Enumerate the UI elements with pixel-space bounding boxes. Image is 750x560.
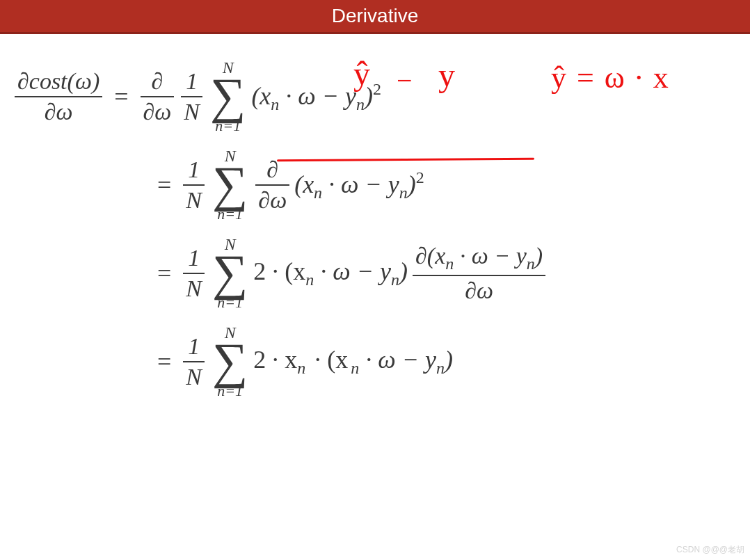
one-over-n: 1 N [183,157,205,213]
sum-symbol: N ∑ n=1 [212,324,248,399]
derivation-line-3: = 1 N N ∑ n=1 2 · (xn · ω − yn) ∂(xn · ω… [150,236,737,310]
chain-rule-inner-deriv: ∂(xn · ω − yn) ∂ω [413,243,545,303]
d-dw-num: ∂ [141,68,175,97]
one-over-n: 1 N [181,68,202,125]
derivation-line-4: = 1 N N ∑ n=1 2 · xn · (xn · ω − yn) [150,324,737,399]
equals: = [107,82,135,111]
d-dw: ∂ ∂ω [141,68,175,125]
sigma-icon: ∑ [210,76,246,117]
lhs-fraction: ∂cost(ω) ∂ω [15,68,102,125]
annotation-yhat-def: ŷ = ω · x [551,63,670,93]
one-over-n: 1 N [183,333,205,390]
equals: = [150,347,178,376]
annotation-y: y [438,58,455,92]
sigma-icon: ∑ [212,253,248,294]
d-dw: ∂ ∂ω [255,157,289,213]
n: N [181,97,202,125]
equals: = [150,259,178,288]
sum-symbol: N ∑ n=1 [212,236,248,310]
annotation-minus: − [397,67,413,95]
sum-bot: n=1 [210,117,246,134]
page-title: Derivative [332,5,418,26]
sigma-icon: ∑ [212,164,248,205]
watermark: CSDN @@@老胡 [676,544,744,556]
chain-rule-outer: 2 · (xn · ω − yn) [253,259,408,288]
lhs-den: ∂ω [15,97,102,125]
squared-error: (xn · ω − yn)2 [294,169,424,201]
one-over-n: 1 N [183,245,205,301]
title-bar: Derivative [0,0,750,34]
equals: = [150,170,178,200]
lhs-num: ∂cost(ω) [15,68,102,97]
sigma-icon: ∑ [212,341,248,382]
d-dw-den: ∂ω [141,97,175,125]
annotation-yhat: ŷ [353,57,370,90]
one: 1 [181,68,202,97]
sum-symbol: N ∑ n=1 [212,147,248,222]
sum-symbol: N ∑ n=1 [210,59,246,134]
final-result: 2 · xn · (xn · ω − yn) [253,347,453,376]
